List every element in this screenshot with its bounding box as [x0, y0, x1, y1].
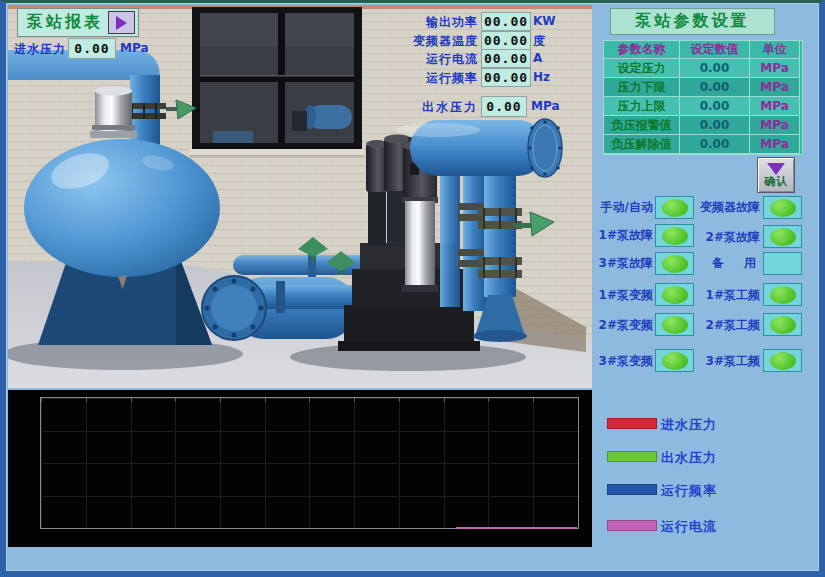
inverter-temp-unit: 度 [533, 33, 545, 50]
status-label-manual-auto: 手动/自动 [593, 199, 653, 216]
param-row-value[interactable]: 0.00 [680, 116, 750, 135]
status-label-pump3-fault: 3#泵故障 [593, 255, 653, 272]
green-lamp-icon [770, 228, 796, 246]
status-lamp-pump1-vfd [655, 283, 694, 306]
status-lamp-pump3-vfd [655, 349, 694, 372]
param-row-value[interactable]: 0.00 [680, 78, 750, 97]
status-lamp-vfd-fault [763, 196, 802, 219]
param-row-value[interactable]: 0.00 [680, 97, 750, 116]
triangle-down-icon [767, 163, 785, 175]
status-label-pump3-vfd: 3#泵变频 [593, 353, 653, 370]
param-row-unit: MPa [750, 97, 800, 116]
green-lamp-icon [662, 316, 688, 334]
status-lamp-manual-auto [655, 196, 694, 219]
running-frequency-unit: Hz [533, 70, 550, 84]
inlet-pressure-label: 进水压力 [14, 41, 66, 58]
param-row-unit: MPa [750, 78, 800, 97]
legend-label-outlet: 出水压力 [661, 449, 717, 467]
param-row-value[interactable]: 0.00 [680, 135, 750, 154]
param-row-name: 压力下限 [604, 78, 680, 97]
legend-label-current: 运行电流 [661, 518, 717, 536]
window-sill [190, 149, 364, 155]
green-lamp-icon [662, 199, 688, 217]
legend-swatch-outlet [607, 451, 657, 462]
chrome-pump-column [405, 201, 435, 287]
status-label-spare: 备 用 [690, 255, 760, 272]
plot-tick-marks [41, 398, 578, 402]
status-lamp-pump1-fault [655, 224, 694, 247]
inlet-pressure-value: 0.00 [68, 38, 116, 59]
legend-swatch-frequency [607, 484, 657, 495]
status-lamp-spare-empty [763, 252, 802, 275]
play-triangle-icon [116, 16, 127, 30]
window-reflection-pipe [213, 131, 253, 143]
settings-panel-title: 泵站参数设置 [610, 8, 775, 35]
running-frequency-value: 00.00 [481, 68, 531, 87]
report-button[interactable]: 泵站报表 [17, 8, 139, 37]
sphere-tank [24, 139, 220, 277]
trend-chart [8, 390, 592, 547]
legend-label-inlet: 进水压力 [661, 416, 717, 434]
trend-plot-area [40, 397, 579, 529]
param-row-unit: MPa [750, 135, 800, 154]
status-label-pump2-mains: 2#泵工频 [690, 317, 760, 334]
running-frequency-label: 运行频率 [393, 70, 478, 87]
running-current-value: 00.00 [481, 49, 531, 68]
green-lamp-icon [770, 316, 796, 334]
output-power-value: 00.00 [481, 12, 531, 31]
inverter-temp-value: 00.00 [481, 31, 531, 50]
status-lamp-pump2-vfd [655, 313, 694, 336]
green-lamp-icon [662, 255, 688, 273]
legend-swatch-inlet [607, 418, 657, 429]
green-lamp-icon [662, 286, 688, 304]
status-lamp-pump1-mains [763, 283, 802, 306]
green-lamp-icon [662, 352, 688, 370]
col-header-unit: 单位 [750, 41, 800, 59]
param-row-unit: MPa [750, 59, 800, 78]
valve-stem [166, 107, 178, 111]
green-lamp-icon [770, 286, 796, 304]
legend-swatch-current [607, 520, 657, 531]
param-row-name: 负压解除值 [604, 135, 680, 154]
param-row-name: 压力上限 [604, 97, 680, 116]
outlet-pressure-label: 出水压力 [398, 99, 478, 116]
col-header-name: 参数名称 [604, 41, 680, 59]
green-lamp-icon [662, 227, 688, 245]
report-nav-button[interactable] [108, 11, 135, 34]
status-label-pump3-mains: 3#泵工频 [690, 353, 760, 370]
window [190, 7, 364, 157]
param-row-unit: MPa [750, 116, 800, 135]
status-lamp-pump2-fault [763, 225, 802, 248]
running-current-unit: A [533, 51, 542, 65]
inlet-pressure-unit: MPa [120, 41, 149, 55]
status-lamp-pump3-mains [763, 349, 802, 372]
confirm-button[interactable]: 确认 [757, 157, 795, 193]
report-button-label: 泵站报表 [27, 12, 103, 33]
running-current-label: 运行电流 [393, 51, 478, 68]
output-power-unit: KW [533, 14, 556, 28]
status-label-pump1-mains: 1#泵工频 [690, 287, 760, 304]
status-label-pump1-fault: 1#泵故障 [593, 227, 653, 244]
inverter-temp-label: 变频器温度 [393, 33, 478, 50]
current-trace-line [456, 527, 577, 529]
status-lamp-pump3-fault [655, 252, 694, 275]
output-power-label: 输出功率 [393, 14, 478, 31]
green-lamp-icon [770, 199, 796, 217]
status-lamp-pump2-mains [763, 313, 802, 336]
param-row-value[interactable]: 0.00 [680, 59, 750, 78]
green-lamp-icon [770, 352, 796, 370]
legend-label-frequency: 运行频率 [661, 482, 717, 500]
parameter-table: 参数名称 设定数值 单位 设定压力 0.00 MPa 压力下限 0.00 MPa… [603, 40, 803, 155]
status-label-vfd-fault: 变频器故障 [690, 199, 760, 216]
param-row-name: 设定压力 [604, 59, 680, 78]
col-header-value: 设定数值 [680, 41, 750, 59]
param-row-name: 负压报警值 [604, 116, 680, 135]
status-label-pump2-fault: 2#泵故障 [690, 229, 760, 246]
confirm-button-label: 确认 [764, 176, 788, 187]
status-label-pump1-vfd: 1#泵变频 [593, 287, 653, 304]
outlet-pressure-unit: MPa [531, 99, 560, 113]
outlet-pressure-value: 0.00 [481, 96, 527, 117]
status-label-pump2-vfd: 2#泵变频 [593, 317, 653, 334]
